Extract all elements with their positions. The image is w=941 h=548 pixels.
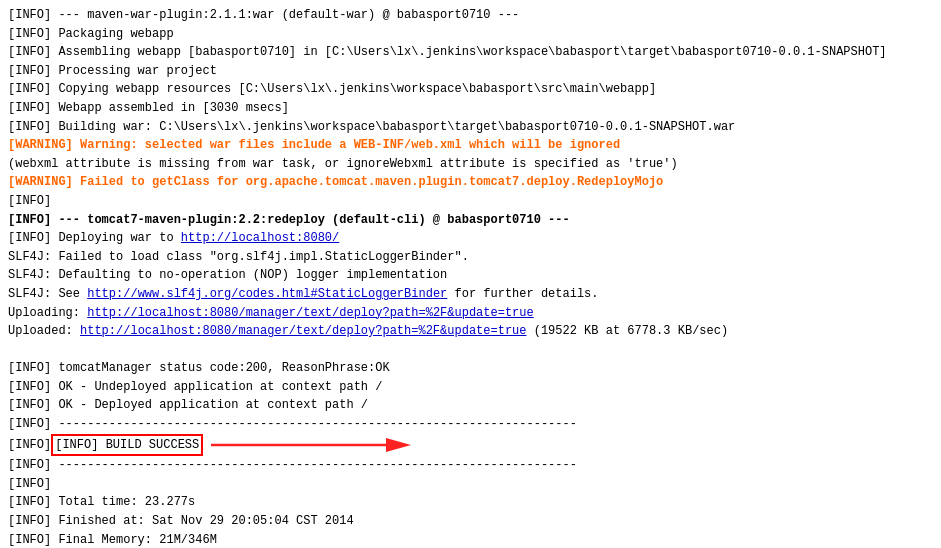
line-26: [INFO] [8,475,933,494]
link-upload[interactable]: http://localhost:8080/manager/text/deplo… [87,306,533,320]
line-2: [INFO] Packaging webapp [8,25,933,44]
arrow-icon [211,434,411,456]
line-5: [INFO] Copying webapp resources [C:\User… [8,80,933,99]
line-29: [INFO] Final Memory: 21M/346M [8,531,933,548]
line-14: SLF4J: Failed to load class "org.slf4j.i… [8,248,933,267]
line-15: SLF4J: Defaulting to no-operation (NOP) … [8,266,933,285]
line-4: [INFO] Processing war project [8,62,933,81]
line-12: [INFO] --- tomcat7-maven-plugin:2.2:rede… [8,211,933,230]
line-25: [INFO] ---------------------------------… [8,456,933,475]
line-12-text: [INFO] --- tomcat7-maven-plugin:2.2:rede… [8,213,570,227]
build-success-row: [INFO] [INFO] BUILD SUCCESS [8,434,933,457]
link-uploaded[interactable]: http://localhost:8080/manager/text/deplo… [80,324,526,338]
line-13: [INFO] Deploying war to http://localhost… [8,229,933,248]
line-21: [INFO] OK - Undeployed application at co… [8,378,933,397]
build-success-label: [INFO] BUILD SUCCESS [51,434,203,457]
link-localhost[interactable]: http://localhost:8080/ [181,231,339,245]
line-19 [8,341,933,360]
line-9: (webxml attribute is missing from war ta… [8,155,933,174]
line-7: [INFO] Building war: C:\Users\lx\.jenkin… [8,118,933,137]
line-6: [INFO] Webapp assembled in [3030 msecs] [8,99,933,118]
line-10: [WARNING] Failed to getClass for org.apa… [8,173,933,192]
link-slf4j[interactable]: http://www.slf4j.org/codes.html#StaticLo… [87,287,447,301]
info-prefix: [INFO] [8,436,51,455]
line-20: [INFO] tomcatManager status code:200, Re… [8,359,933,378]
line-23: [INFO] ---------------------------------… [8,415,933,434]
line-16: SLF4J: See http://www.slf4j.org/codes.ht… [8,285,933,304]
line-27: [INFO] Total time: 23.277s [8,493,933,512]
line-11: [INFO] [8,192,933,211]
line-18: Uploaded: http://localhost:8080/manager/… [8,322,933,341]
line-17: Uploading: http://localhost:8080/manager… [8,304,933,323]
line-28: [INFO] Finished at: Sat Nov 29 20:05:04 … [8,512,933,531]
console-container: [INFO] --- maven-war-plugin:2.1.1:war (d… [0,0,941,548]
svg-marker-1 [386,438,411,452]
line-8: [WARNING] Warning: selected war files in… [8,136,933,155]
line-22: [INFO] OK - Deployed application at cont… [8,396,933,415]
line-3: [INFO] Assembling webapp [babasport0710]… [8,43,933,62]
line-1: [INFO] --- maven-war-plugin:2.1.1:war (d… [8,6,933,25]
